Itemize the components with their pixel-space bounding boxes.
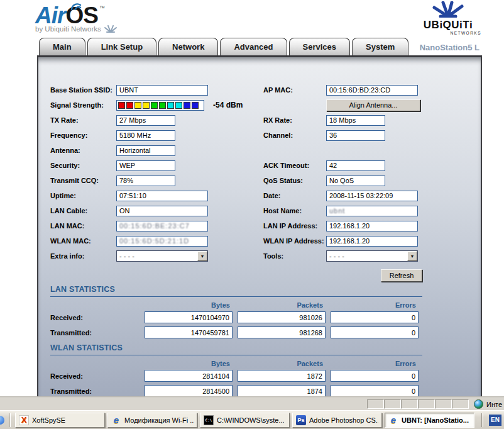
input-uptime[interactable]: 07:51:10 <box>116 191 208 201</box>
status-bar-cell <box>401 399 418 409</box>
taskbar-button-ubnt-nanostatio[interactable]: eUBNT: [NanoStatio... <box>385 413 474 428</box>
status-bar-cell <box>367 399 384 409</box>
input-value: 18 Mbps <box>329 116 356 124</box>
field-row-date: Date:2008-11-15 03:22:09 <box>263 188 473 203</box>
tab-system[interactable]: System <box>352 38 408 55</box>
input-base-station-ssid[interactable]: UBNT <box>116 85 208 96</box>
status-bar-cell <box>418 399 435 409</box>
stat-wlan-statistics-received-errors[interactable]: 0 <box>331 370 419 382</box>
stat-lan-statistics-received-errors[interactable]: 0 <box>331 311 419 323</box>
field-label: Date: <box>263 192 326 199</box>
taskbar-button-c-windows-syste[interactable]: C:\C:\WINDOWS\syste... <box>200 413 290 428</box>
input-qos-status[interactable]: No QoS <box>326 176 385 186</box>
select-value: - - - - <box>119 252 134 260</box>
input-security[interactable]: WEP <box>116 160 175 171</box>
field-label: Antenna: <box>50 147 116 154</box>
form-column-right: AP MAC:00:15:6D:BD:23:CDAlign Antenna...… <box>263 82 473 264</box>
tab-services[interactable]: Services <box>289 38 351 55</box>
field-row-ack-timeout: ACK Timeout:42 <box>263 158 473 173</box>
language-indicator[interactable]: EN <box>489 415 501 426</box>
quick-launch-icon[interactable] <box>0 416 4 425</box>
browser-status-bar: Инте <box>0 398 504 410</box>
status-bar-cell <box>384 399 401 409</box>
align-antenna-button[interactable]: Align Antenna... <box>326 99 420 111</box>
taskbar-button-xoftspyse[interactable]: XXoftSpySE <box>15 413 105 428</box>
stats-row-label: Transmitted: <box>50 329 145 337</box>
select-extra-info[interactable]: - - - -▼ <box>116 250 208 262</box>
input-lan-cable[interactable]: ON <box>116 206 208 216</box>
stat-lan-statistics-received-packets[interactable]: 981026 <box>238 311 326 323</box>
input-transmit-ccq[interactable]: 78% <box>116 176 175 186</box>
input-host-name[interactable]: ubnt <box>326 206 418 216</box>
field-row-signal-strength: Signal Strength:-54 dBm <box>50 98 260 113</box>
refresh-button[interactable]: Refresh <box>381 269 422 282</box>
taskbar-button-wi-fi[interactable]: eМодификация Wi-Fi ... <box>107 413 197 428</box>
stats-title: LAN STATISTICS <box>50 285 422 297</box>
stats-column-header-packets: Packets <box>238 360 326 367</box>
input-channel[interactable]: 36 <box>326 130 385 141</box>
field-label: LAN Cable: <box>50 207 116 214</box>
stats-column-header-bytes: Bytes <box>145 301 233 309</box>
internet-zone-label: Инте <box>486 401 502 408</box>
tab-network[interactable]: Network <box>158 38 218 55</box>
stats-row-label: Transmitted: <box>50 387 145 395</box>
stat-wlan-statistics-received-packets[interactable]: 1872 <box>238 370 326 382</box>
input-value: Horizontal <box>119 147 151 154</box>
field-label: Frequency: <box>50 131 116 139</box>
field-row-host-name: Host Name:ubnt <box>263 203 473 218</box>
stats-row-label: Received: <box>50 314 145 321</box>
stats-row-transmitted: Transmitted:281450018740 <box>50 385 422 397</box>
chevron-down-icon[interactable]: ▼ <box>197 251 207 261</box>
device-name: NanoStation5 L <box>420 43 479 52</box>
field-label: TX Rate: <box>50 116 116 124</box>
field-label: Extra info: <box>50 252 116 260</box>
input-tx-rate[interactable]: 27 Mbps <box>116 115 175 126</box>
stat-wlan-statistics-transmitted-packets[interactable]: 1874 <box>238 385 326 397</box>
input-ap-mac[interactable]: 00:15:6D:BD:23:CD <box>326 85 418 96</box>
stat-lan-statistics-transmitted-packets[interactable]: 981268 <box>238 326 326 338</box>
stat-lan-statistics-transmitted-errors[interactable]: 0 <box>331 326 419 338</box>
taskbar-divider <box>481 413 483 427</box>
field-row-ap-mac: AP MAC:00:15:6D:BD:23:CD <box>263 82 473 98</box>
field-row-uptime: Uptime:07:51:10 <box>50 188 260 203</box>
signal-cell <box>118 102 125 109</box>
tab-advanced[interactable]: Advanced <box>220 38 287 55</box>
input-antenna[interactable]: Horizontal <box>116 145 175 156</box>
input-ack-timeout[interactable]: 42 <box>326 160 385 171</box>
input-value: 42 <box>329 162 337 169</box>
status-bar-cell <box>435 399 452 409</box>
field-label: ACK Timeout: <box>263 162 326 169</box>
stats-row-received: Received:14701049709810260 <box>50 311 422 323</box>
stat-lan-statistics-received-bytes[interactable]: 1470104970 <box>145 311 233 323</box>
field-row-base-station-ssid: Base Station SSID:UBNT <box>50 82 260 98</box>
chevron-down-icon[interactable]: ▼ <box>407 251 417 261</box>
stat-wlan-statistics-transmitted-errors[interactable]: 0 <box>331 385 419 397</box>
field-label: Tools: <box>263 252 326 260</box>
tab-main[interactable]: Main <box>39 38 85 55</box>
input-rx-rate[interactable]: 18 Mbps <box>326 115 385 126</box>
ubiquiti-logo: UBiQUiTi NETWORKS <box>415 1 481 35</box>
taskbar-button-label: Модификация Wi-Fi ... <box>124 416 194 424</box>
input-wlan-ip-address[interactable]: 192.168.1.20 <box>326 236 418 247</box>
input-value: 36 <box>329 131 337 139</box>
lan-statistics-section: LAN STATISTICSBytesPacketsErrorsReceived… <box>50 285 422 342</box>
stat-wlan-statistics-transmitted-bytes[interactable]: 2814500 <box>145 385 233 397</box>
signal-cell <box>126 102 133 109</box>
input-date[interactable]: 2008-11-15 03:22:09 <box>326 191 418 201</box>
field-row-frequency: Frequency:5180 MHz <box>50 128 260 143</box>
input-lan-ip-address[interactable]: 192.168.1.20 <box>326 221 418 231</box>
input-wlan-mac[interactable]: 00:15:6D:5D:21:1D <box>116 236 208 247</box>
field-label: Security: <box>50 162 116 169</box>
tab-link-setup[interactable]: Link Setup <box>87 38 156 55</box>
input-value: 192.168.1.20 <box>329 222 370 230</box>
photoshop-icon: Ps <box>296 415 306 425</box>
stats-row-transmitted: Transmitted:14704597819812680 <box>50 326 422 338</box>
field-row-wlan-ip-address: WLAN IP Address:192.168.1.20 <box>263 233 473 248</box>
input-frequency[interactable]: 5180 MHz <box>116 130 175 141</box>
stat-wlan-statistics-received-bytes[interactable]: 2814104 <box>145 370 233 382</box>
stat-lan-statistics-transmitted-bytes[interactable]: 1470459781 <box>145 326 233 338</box>
select-tools[interactable]: - - - -▼ <box>326 250 418 262</box>
input-lan-mac[interactable]: 00:15:6D:BE:23:C7 <box>116 221 208 231</box>
taskbar-button-adobe-photoshop-cs[interactable]: PsAdobe Photoshop CS... <box>292 413 382 428</box>
field-row-tx-rate: TX Rate:27 Mbps <box>50 113 260 128</box>
